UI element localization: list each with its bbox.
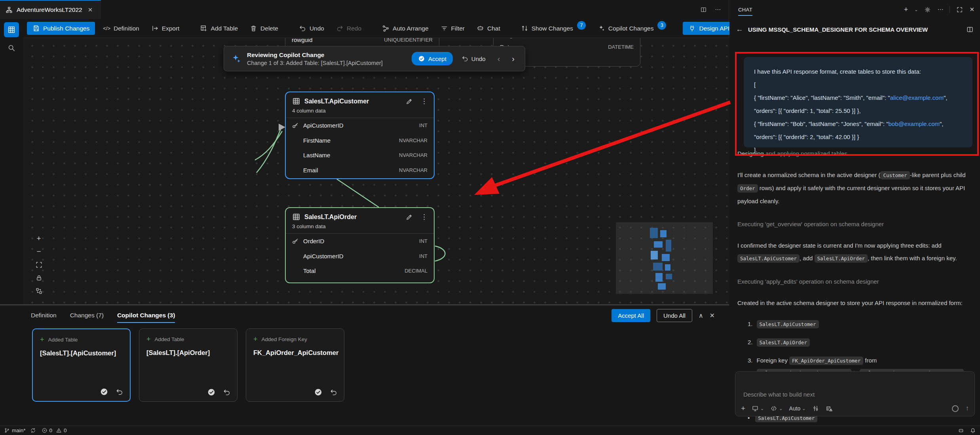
minimap-node xyxy=(650,228,658,238)
change-card-apiorder[interactable]: + Added Table [SalesLT].[ApiOrder] xyxy=(139,328,237,402)
definition-button[interactable]: </> Definition xyxy=(99,22,143,35)
rail-tables-button[interactable] xyxy=(4,22,19,37)
tools-sliders-icon[interactable] xyxy=(812,405,819,412)
canvas-minimap[interactable] xyxy=(616,222,713,294)
problems-item[interactable]: 0 0 xyxy=(42,427,67,433)
panel-close-icon[interactable]: ✕ xyxy=(710,312,715,319)
publish-changes-button[interactable]: Publish Changes xyxy=(27,22,95,35)
column-type: UNIQUEIDENTIFIER xyxy=(384,38,433,43)
accept-change-icon[interactable] xyxy=(100,387,108,396)
accept-change-button[interactable]: Accept xyxy=(412,52,453,65)
fit-view-button[interactable] xyxy=(34,260,44,269)
tab-adventureworks[interactable]: AdventureWorksLT2022 ✕ xyxy=(0,0,101,19)
panel-collapse-icon[interactable]: ∧ xyxy=(699,312,703,319)
git-branch-icon xyxy=(4,427,10,433)
filter-button[interactable]: Filter xyxy=(437,22,469,35)
mode-picker[interactable]: ⌄ xyxy=(770,405,782,412)
undo-change-icon[interactable] xyxy=(223,388,231,396)
tab-definition[interactable]: Definition xyxy=(31,309,57,321)
undo-change-icon[interactable] xyxy=(330,388,338,396)
edit-pencil-icon[interactable] xyxy=(406,98,413,105)
list-item: 2. SalesLT.ApiOrder xyxy=(748,336,972,349)
zoom-out-button[interactable]: − xyxy=(34,247,44,256)
expand-panel-icon[interactable] xyxy=(956,6,963,13)
column-row[interactable]: LastName NVARCHAR xyxy=(286,148,434,163)
attach-context-icon[interactable]: + xyxy=(741,404,745,413)
chat-input-box[interactable]: Describe what to build next + ⌄ ⌄ Auto xyxy=(735,371,975,416)
tab-title: AdventureWorksLT2022 xyxy=(17,6,82,13)
added-plus-icon: + xyxy=(146,335,151,343)
show-changes-button[interactable]: Show Changes 7 xyxy=(517,21,590,36)
code-brackets-icon xyxy=(770,405,777,412)
undo-all-button[interactable]: Undo All xyxy=(657,309,692,322)
copilot-status-icon[interactable] xyxy=(958,427,964,434)
open-in-editor-icon[interactable] xyxy=(966,26,974,33)
review-bar-title: Reviewing Copilot Change xyxy=(247,52,406,59)
chat-button[interactable]: Chat xyxy=(473,22,504,35)
close-panel-icon[interactable]: ✕ xyxy=(969,6,974,13)
table-more-icon[interactable]: ⋮ xyxy=(421,98,427,105)
back-icon[interactable]: ← xyxy=(736,25,743,34)
table-more-icon[interactable]: ⋮ xyxy=(421,214,427,220)
accept-all-button[interactable]: Accept All xyxy=(612,309,650,322)
schema-canvas[interactable]: rowguid UNIQUEIDENTIFIER rowguid Date DA… xyxy=(23,38,729,304)
change-card-apicustomer[interactable]: + Added Table [SalesLT].[ApiCustomer] xyxy=(32,328,131,402)
git-branch-item[interactable]: main* xyxy=(4,427,36,433)
column-row[interactable]: Email NVARCHAR xyxy=(286,163,434,178)
search-icon xyxy=(7,44,16,52)
message-line: { "firstName": "Bob", "lastName": "Jones… xyxy=(754,117,962,130)
robot-chat-icon xyxy=(477,25,484,32)
add-table-button[interactable]: Add Table xyxy=(196,22,242,35)
new-chat-icon[interactable]: + xyxy=(904,6,908,14)
design-api-button[interactable]: Design API xyxy=(683,22,735,35)
tab-close-icon[interactable]: ✕ xyxy=(86,6,95,14)
zoom-in-button[interactable]: + xyxy=(34,234,44,243)
editor-more-actions-icon[interactable]: ⋯ xyxy=(715,6,721,13)
chat-session-title: USING MSSQL_SCHEMA_DESIGNER FOR SCHEMA O… xyxy=(748,26,961,33)
minimap-node xyxy=(666,274,672,279)
gear-icon[interactable] xyxy=(924,6,931,13)
undo-change-button[interactable]: Undo xyxy=(458,53,489,65)
accept-change-icon[interactable] xyxy=(207,388,216,397)
table-node-apicustomer[interactable]: SalesLT.ApiCustomer ⋮ 4 column data ApiC… xyxy=(285,92,435,179)
send-button[interactable]: ↑ xyxy=(966,404,969,412)
database-warning-icon[interactable] xyxy=(826,405,833,412)
undo-change-icon[interactable] xyxy=(116,388,123,396)
table-node-apiorder[interactable]: SalesLT.ApiOrder ⋮ 3 column data OrderID… xyxy=(285,207,435,283)
edit-pencil-icon[interactable] xyxy=(406,214,413,221)
next-change-icon[interactable]: › xyxy=(509,54,518,63)
chat-panel-title[interactable]: CHAT xyxy=(738,4,752,15)
delete-button[interactable]: Delete xyxy=(246,22,282,35)
sync-icon[interactable] xyxy=(30,427,36,433)
accept-change-icon[interactable] xyxy=(314,388,323,397)
tab-changes[interactable]: Changes (7) xyxy=(70,309,104,321)
column-row[interactable]: OrderID INT xyxy=(286,234,434,249)
undo-button[interactable]: Undo xyxy=(295,22,328,35)
designer-left-rail xyxy=(0,19,23,304)
split-editor-icon[interactable] xyxy=(700,6,707,13)
rail-search-button[interactable] xyxy=(4,40,19,55)
lock-icon xyxy=(35,274,43,282)
export-button[interactable]: Export xyxy=(147,22,184,35)
previous-change-icon[interactable]: ‹ xyxy=(494,54,503,63)
lock-view-button[interactable] xyxy=(34,273,44,282)
environment-picker[interactable]: ⌄ xyxy=(752,405,764,412)
new-chat-dropdown-icon[interactable]: ⌄ xyxy=(914,7,918,12)
table-icon xyxy=(292,97,300,105)
bell-icon[interactable] xyxy=(970,427,976,434)
progress-line[interactable]: Designing and applying normalized tables xyxy=(737,147,972,160)
redo-button[interactable]: Redo xyxy=(332,22,365,35)
copilot-changes-button[interactable]: Copilot Changes 3 xyxy=(594,21,670,36)
relayout-button[interactable] xyxy=(34,286,44,296)
chat-more-icon[interactable]: ⋯ xyxy=(937,6,943,13)
tab-copilot-changes[interactable]: Copilot Changes (3) xyxy=(117,309,175,321)
show-changes-badge: 7 xyxy=(577,21,586,30)
change-card-foreign-key[interactable]: + Added Foreign Key FK_ApiOrder_ApiCusto… xyxy=(246,328,344,402)
auto-arrange-button[interactable]: Auto Arrange xyxy=(378,22,432,35)
model-picker[interactable]: Auto ⌄ xyxy=(789,405,806,412)
column-row[interactable]: FirstName NVARCHAR xyxy=(286,133,434,148)
column-row[interactable]: ApiCustomerID INT xyxy=(286,249,434,264)
column-row[interactable]: Total DECIMAL xyxy=(286,263,434,279)
loading-spinner-icon xyxy=(952,405,959,412)
column-row[interactable]: ApiCustomerID INT xyxy=(286,118,434,133)
